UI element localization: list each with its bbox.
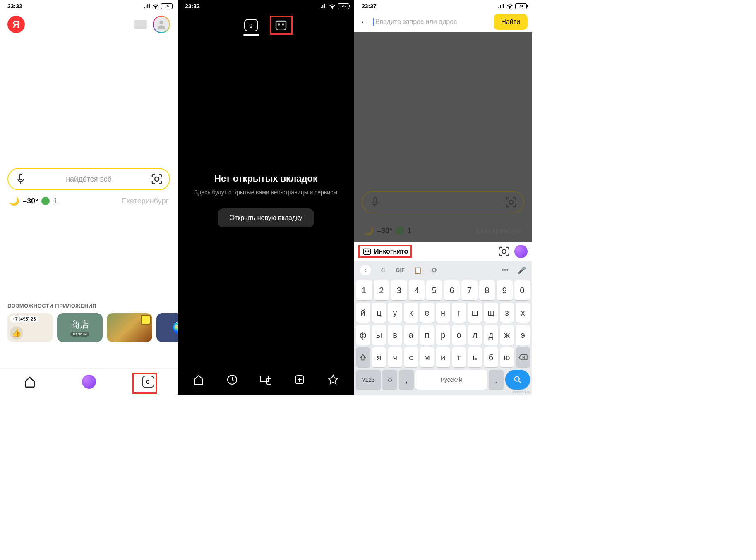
key-4[interactable]: 4 [409, 280, 425, 300]
history-icon[interactable] [226, 373, 239, 386]
microphone-icon[interactable] [14, 172, 27, 186]
devices-icon[interactable] [259, 373, 272, 386]
find-button[interactable]: Найти [494, 14, 528, 30]
signal-icon: .ıll [144, 3, 150, 10]
numsym-key[interactable]: ?123 [356, 370, 381, 390]
weather-widget[interactable]: 🌙 –30° 1 Екатеринбург [0, 190, 178, 212]
key-и[interactable]: и [436, 347, 450, 367]
key-ж[interactable]: ж [500, 325, 514, 345]
normal-tabs-button[interactable]: 0 [244, 19, 258, 31]
tabs-screen: 23:32 .ıll 75 0 Нет открытых вкладок Зде… [178, 0, 354, 395]
key-к[interactable]: к [404, 303, 418, 323]
avatar-button[interactable] [153, 16, 170, 33]
status-time: 23:32 [7, 3, 22, 10]
period-key[interactable]: . [489, 370, 504, 390]
status-bar: 23:32 .ıll 75 [178, 0, 354, 12]
key-3[interactable]: 3 [391, 280, 407, 300]
key-в[interactable]: в [388, 325, 402, 345]
key-е[interactable]: е [420, 303, 434, 323]
address-input[interactable]: Введите запрос или адрес [373, 18, 490, 26]
key-ф[interactable]: ф [356, 325, 370, 345]
key-б[interactable]: б [484, 347, 498, 367]
watermark: 24hitech.ru [511, 390, 530, 394]
bookmarks-icon[interactable] [326, 373, 340, 386]
alice-orb-icon[interactable] [514, 245, 528, 258]
key-ш[interactable]: ш [468, 303, 482, 323]
kb-more-icon[interactable]: ••• [502, 266, 509, 274]
new-tab-icon[interactable] [293, 373, 306, 386]
key-д[interactable]: д [484, 325, 498, 345]
shift-key[interactable] [356, 347, 370, 367]
card-more[interactable]: 🌍 [156, 313, 178, 342]
address-bar: ← Введите запрос или адрес Найти [354, 12, 532, 32]
key-ю[interactable]: ю [500, 347, 514, 367]
status-bar: 23:37 .ıll 74 [354, 0, 532, 12]
key-ы[interactable]: ы [372, 325, 386, 345]
key-з[interactable]: з [500, 303, 514, 323]
key-л[interactable]: л [468, 325, 482, 345]
key-р[interactable]: р [436, 325, 450, 345]
highlight-box-tabs [132, 373, 157, 394]
mail-icon[interactable] [134, 20, 147, 29]
comma-key[interactable]: , [399, 370, 414, 390]
card-translator[interactable]: 商店 магазин [57, 313, 103, 342]
card-caller-id[interactable]: +7 (495) 23 👍 [7, 313, 53, 342]
new-tab-button[interactable]: Открыть новую вкладку [218, 208, 314, 227]
kb-row2: йцукенгшщзх [356, 303, 530, 323]
key-н[interactable]: н [436, 303, 450, 323]
key-2[interactable]: 2 [374, 280, 390, 300]
key-г[interactable]: г [452, 303, 466, 323]
key-ц[interactable]: ц [372, 303, 386, 323]
backspace-key[interactable] [516, 347, 530, 367]
key-э[interactable]: э [516, 325, 530, 345]
kb-sticker-icon[interactable]: ☺ [380, 266, 386, 274]
emoji-key[interactable]: ☺ [382, 370, 397, 390]
key-п[interactable]: п [420, 325, 434, 345]
key-щ[interactable]: щ [484, 303, 498, 323]
camera-scan-icon[interactable] [499, 246, 509, 257]
key-у[interactable]: у [388, 303, 402, 323]
wifi-icon [329, 3, 336, 9]
key-й[interactable]: й [356, 303, 370, 323]
space-key[interactable]: Русский [415, 370, 487, 390]
search-bar[interactable]: найдётся всё [7, 168, 170, 190]
key-а[interactable]: а [404, 325, 418, 345]
kb-chevron-left-icon[interactable]: ‹ [360, 265, 371, 275]
back-arrow-icon[interactable]: ← [360, 17, 369, 27]
temperature: –30° [23, 197, 38, 206]
key-5[interactable]: 5 [426, 280, 442, 300]
key-х[interactable]: х [516, 303, 530, 323]
key-т[interactable]: т [452, 347, 466, 367]
key-7[interactable]: 7 [461, 280, 478, 300]
battery-icon: 75 [161, 3, 173, 9]
camera-scan-icon[interactable] [150, 172, 163, 186]
card-image-search[interactable] [107, 313, 152, 342]
key-ч[interactable]: ч [388, 347, 402, 367]
kb-mic-icon[interactable]: 🎤 [518, 266, 526, 274]
yandex-logo-icon[interactable]: Я [7, 16, 25, 33]
key-8[interactable]: 8 [479, 280, 495, 300]
kb-clipboard-icon[interactable]: 📋 [414, 266, 422, 274]
city-label: Екатеринбург [122, 197, 168, 206]
section-title: ВОЗМОЖНОСТИ ПРИЛОЖЕНИЯ [0, 303, 178, 309]
kb-gif-button[interactable]: GIF [396, 267, 405, 273]
key-о[interactable]: о [452, 325, 466, 345]
highlight-box-incognito [270, 16, 293, 35]
alice-button[interactable] [82, 374, 96, 389]
kb-settings-icon[interactable]: ⚙ [431, 266, 437, 274]
incognito-mask-icon [362, 247, 372, 256]
key-ь[interactable]: ь [468, 347, 482, 367]
search-key[interactable] [505, 370, 530, 390]
key-6[interactable]: 6 [444, 280, 460, 300]
key-м[interactable]: м [420, 347, 434, 367]
key-с[interactable]: с [404, 347, 418, 367]
key-0[interactable]: 0 [514, 280, 530, 300]
home-icon[interactable] [192, 373, 205, 386]
key-1[interactable]: 1 [356, 280, 372, 300]
svg-point-11 [365, 251, 366, 251]
key-я[interactable]: я [372, 347, 386, 367]
kb-row1: 1234567890 [356, 280, 530, 300]
key-9[interactable]: 9 [497, 280, 513, 300]
incognito-chip[interactable]: Инкогнито [358, 245, 412, 258]
home-icon[interactable] [22, 374, 37, 389]
